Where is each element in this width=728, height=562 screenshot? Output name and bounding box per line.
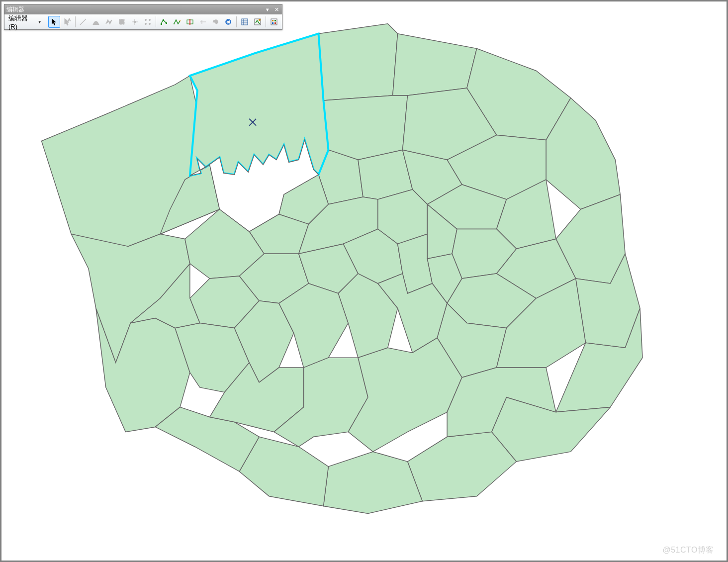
svg-rect-34 [272,22,273,24]
toolbar-separator [266,16,266,27]
rotate-icon [210,16,222,28]
toolbar-row: 编辑器(R) ▼ A [4,14,282,29]
editor-menu-dropdown[interactable]: 编辑器(R) ▼ [6,13,44,31]
map-polygon[interactable] [393,34,477,95]
toolbar-separator [46,16,46,27]
map-polygon[interactable] [318,24,397,100]
cut-polygons-icon[interactable] [184,16,196,28]
create-features-icon[interactable] [252,16,264,28]
svg-point-10 [145,19,146,21]
map-canvas[interactable] [1,1,727,561]
dropdown-caret-icon: ▼ [38,20,42,24]
svg-rect-14 [161,23,162,25]
editor-toolbar[interactable]: 编辑器 ▾ ✕ 编辑器(R) ▼ A [4,4,282,30]
svg-rect-35 [274,22,276,24]
reshape-icon[interactable] [171,16,183,28]
right-angle-icon [116,16,128,28]
edit-vertices-icon[interactable] [158,16,170,28]
toolbar-separator [75,16,76,27]
edit-tool-icon[interactable] [48,16,60,28]
attributes-icon[interactable] [222,16,234,28]
map-polygon[interactable] [323,452,422,513]
end-point-arc-icon [90,16,102,28]
editor-menu-label: 编辑器(R) [8,14,37,30]
svg-rect-32 [272,20,273,21]
table-of-contents-icon[interactable] [268,16,280,28]
toolbar-separator [156,16,156,27]
sketch-properties-icon[interactable] [239,16,251,28]
svg-point-30 [259,19,261,21]
split-icon [197,16,209,28]
svg-point-12 [145,23,146,25]
trace-icon [103,16,115,28]
svg-rect-17 [174,23,175,24]
svg-line-5 [80,19,86,25]
svg-rect-31 [271,19,277,25]
midpoint-icon [129,16,141,28]
svg-rect-15 [163,19,164,21]
toolbar-title: 编辑器 [6,4,24,14]
svg-point-13 [149,23,150,25]
svg-text:A: A [68,18,71,21]
svg-marker-2 [52,18,56,25]
toolbar-options-icon[interactable]: ▾ [264,4,271,14]
toolbar-titlebar[interactable]: 编辑器 ▾ ✕ [4,4,282,14]
toolbar-close-icon[interactable]: ✕ [273,4,280,14]
straight-segment-icon [78,16,90,28]
map-polygon[interactable] [323,95,407,160]
svg-rect-33 [274,20,276,21]
toolbar-separator [236,16,237,27]
svg-rect-6 [119,19,124,24]
edit-annotation-icon: A [61,16,73,28]
svg-rect-18 [180,20,181,21]
svg-rect-25 [242,19,248,25]
map-polygon[interactable] [408,432,517,501]
point-icon [142,16,154,28]
svg-point-11 [149,19,150,21]
svg-rect-16 [166,22,167,24]
